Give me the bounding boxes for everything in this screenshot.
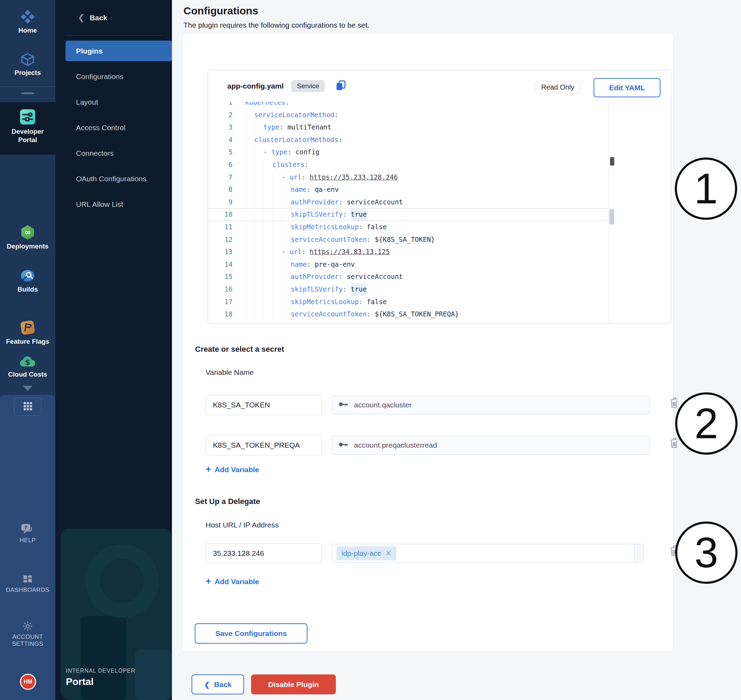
add-variable-label: Add Variable — [215, 578, 259, 586]
tag-field-end-cap — [634, 544, 643, 562]
yaml-code-viewport[interactable]: 1kubernetes:2serviceLocatorMethod:3type:… — [208, 102, 608, 324]
sidebar-item-feature-flags[interactable]: Feature Flags — [0, 319, 55, 346]
delegate-tag-field[interactable]: idp-play-acc ✕ — [332, 544, 644, 563]
annotation-circle-2: 2 — [675, 392, 738, 454]
host-url-input[interactable] — [206, 543, 322, 563]
avatar[interactable]: HM — [20, 674, 36, 690]
code-line-2: 2serviceLocatorMethod: — [208, 109, 608, 121]
code-line-9: 9authProvider: serviceAccount — [208, 196, 608, 209]
sidebar-item-cloud-costs[interactable]: $ Cloud Costs — [0, 354, 55, 379]
annotation-number: 2 — [694, 399, 718, 448]
editor-scrollbar[interactable] — [608, 102, 615, 324]
delegate-section-heading: Set Up a Delegate — [195, 497, 260, 506]
code-line-11: 11skipMetricsLookup: false — [208, 221, 608, 234]
home-icon — [20, 9, 36, 26]
svg-text:?: ? — [25, 525, 27, 530]
add-variable-button-delegate[interactable]: + Add Variable — [206, 576, 259, 587]
chevron-down-icon[interactable] — [23, 386, 32, 391]
chevron-left-icon: ❮ — [204, 680, 210, 689]
delete-variable-button-1[interactable] — [668, 396, 681, 410]
code-line-6: 6clusters: — [208, 159, 608, 171]
back-button[interactable]: ❮Back — [192, 675, 244, 694]
svg-text:∞: ∞ — [25, 228, 31, 237]
module-label: Developer Portal — [7, 127, 49, 144]
scrollbar-marker — [609, 209, 614, 224]
secondary-sidebar: ❮Back PluginsConfigurationsLayoutAccess … — [55, 0, 172, 700]
variable-name-input-1[interactable] — [206, 395, 322, 415]
sidebar-item-connectors[interactable]: Connectors — [65, 143, 172, 163]
footer-item-label: DASHBOARDS — [0, 587, 55, 594]
svg-text:$: $ — [25, 358, 31, 366]
back-nav[interactable]: ❮Back — [78, 13, 107, 22]
sidebar-item-access-control[interactable]: Access Control — [65, 117, 172, 138]
code-line-15: 15authProvider: serviceAccount — [208, 271, 608, 283]
developer-portal-icon — [19, 108, 37, 127]
copy-icon[interactable] — [334, 79, 347, 93]
sidebar-item-layout[interactable]: Layout — [65, 92, 172, 112]
edit-yaml-button[interactable]: Edit YAML — [594, 78, 660, 97]
secret-section-heading: Create or select a secret — [195, 345, 284, 354]
key-icon — [339, 441, 349, 450]
secret-selector-1[interactable]: account.qacluster — [332, 396, 650, 415]
yaml-editor-header: app-config.yaml Service Read Only Edit Y… — [208, 71, 671, 102]
sidebar-item-developer-portal[interactable]: Developer Portal — [0, 108, 55, 144]
subnav-footer: INTERNAL DEVELOPER Portal — [66, 668, 136, 687]
save-configurations-button[interactable]: Save Configurations — [195, 624, 308, 644]
host-url-label: Host URL / IP Address — [206, 521, 279, 529]
code-line-7: 7- url: https://35.233.128.246 — [208, 171, 608, 184]
sidebar-item-plugins[interactable]: Plugins — [65, 41, 172, 61]
sidebar-decoration-ring — [85, 544, 159, 618]
module-selector-button[interactable] — [14, 398, 41, 416]
sidebar-item-account-settings[interactable]: ACCOUNT SETTINGS — [0, 620, 55, 647]
plus-icon: + — [206, 464, 211, 475]
module-label: Home — [0, 26, 55, 35]
sidebar-item-home[interactable]: Home — [0, 9, 55, 35]
module-label: Feature Flags — [0, 337, 55, 346]
sidebar-item-help[interactable]: ? HELP — [0, 523, 55, 544]
code-line-8: 8name: qa-env — [208, 184, 608, 196]
back-label: Back — [90, 14, 107, 22]
sidebar-collapse-handle[interactable] — [21, 93, 34, 94]
sidebar-item-projects[interactable]: Projects — [0, 52, 55, 77]
code-line-12: 12serviceAccountToken: ${K8S_SA_TOKEN} — [208, 234, 608, 246]
sidebar-item-dashboards[interactable]: DASHBOARDS — [0, 574, 55, 594]
add-variable-button-secrets[interactable]: + Add Variable — [206, 464, 259, 475]
close-icon[interactable]: ✕ — [385, 549, 392, 557]
sidebar-item-builds[interactable]: Builds — [0, 268, 55, 294]
module-label: Builds — [0, 285, 55, 294]
sidebar-item-url-allow-list[interactable]: URL Allow List — [65, 194, 172, 215]
annotation-number: 1 — [694, 164, 718, 213]
page-subtitle: The plugin requires the following config… — [184, 21, 370, 29]
page-title: Configurations — [184, 5, 258, 17]
secret-selector-2[interactable]: account.preqaclusterread — [332, 436, 650, 454]
scrollbar-thumb[interactable] — [610, 157, 614, 166]
add-variable-label: Add Variable — [215, 466, 259, 474]
delegate-tag-chip[interactable]: idp-play-acc ✕ — [337, 546, 396, 560]
footer-item-label: ACCOUNT SETTINGS — [5, 634, 50, 647]
sidebar-decoration — [135, 650, 172, 700]
builds-icon — [20, 268, 36, 285]
module-label: Projects — [0, 69, 55, 77]
tag-label: idp-play-acc — [342, 549, 381, 557]
sidebar-item-configurations[interactable]: Configurations — [65, 66, 172, 87]
sidebar-item-oauth-configurations[interactable]: OAuth Configurations — [65, 168, 172, 189]
variable-name-input-2[interactable] — [206, 435, 322, 455]
annotation-circle-3: 3 — [675, 522, 738, 584]
cloud-costs-icon: $ — [19, 354, 37, 370]
sidebar-divider — [0, 87, 55, 87]
primary-sidebar: Home Projects Developer Portal ∞ Deploym… — [0, 0, 55, 700]
sidebar-item-deployments[interactable]: ∞ Deployments — [0, 224, 55, 251]
code-line-3: 3type: multiTenant — [208, 121, 608, 134]
feature-flags-icon — [19, 319, 36, 337]
secret-name: account.qacluster — [354, 401, 412, 409]
help-icon: ? — [21, 531, 35, 537]
code-line-1: 1kubernetes: — [208, 102, 608, 109]
code-line-18: 18serviceAccountToken: ${K8S_SA_TOKEN_PR… — [208, 308, 608, 321]
secret-name: account.preqaclusterread — [354, 441, 437, 449]
annotation-number: 3 — [694, 528, 718, 577]
code-line-17: 17skipMetricsLookup: false — [208, 296, 608, 308]
dashboards-icon — [22, 580, 33, 586]
code-line-14: 14name: pre-qa-env — [208, 258, 608, 271]
disable-plugin-button[interactable]: Disable Plugin — [251, 675, 336, 694]
deployments-icon: ∞ — [19, 224, 36, 242]
